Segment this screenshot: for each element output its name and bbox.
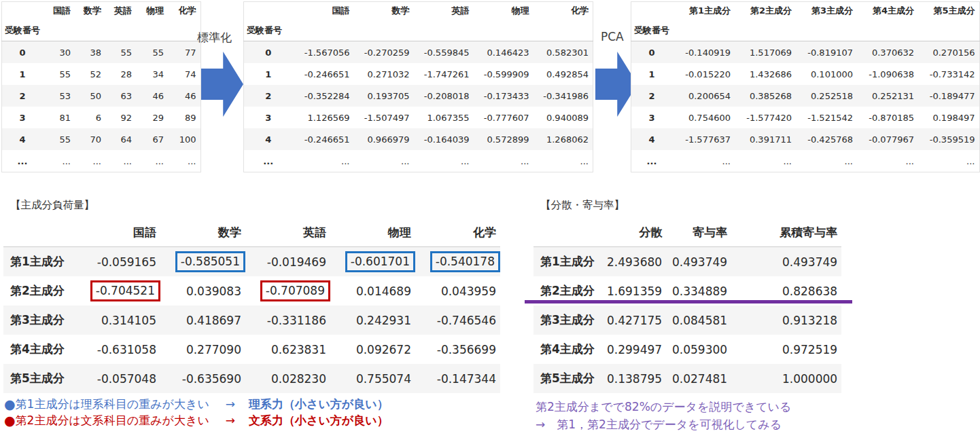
- loadings-cell: -0.147344: [415, 364, 500, 393]
- pca-cell: 0.385268: [735, 85, 796, 107]
- loadings-cell: 0.028230: [245, 364, 330, 393]
- loadings-table: 国語数学英語物理化学第1主成分-0.059165-0.585051-0.0194…: [3, 218, 500, 393]
- standardized-cell: -0.341986: [533, 85, 593, 107]
- raw-cell: 64: [105, 128, 136, 150]
- raw-row-index: 4: [2, 128, 45, 150]
- pca-workflow-slide: 国語数学英語物理化学受験番号03038555577155522834742535…: [0, 0, 980, 442]
- variance-notes: 第2主成分までで82%のデータを説明できている → 第1，第2主成分でデータを可…: [536, 398, 791, 433]
- variance-row-index: 第1主成分: [533, 247, 604, 277]
- pca-cell: 0.252518: [796, 85, 857, 107]
- variance-cell: 2.493680: [604, 247, 666, 277]
- variance-cell: 0.493749: [666, 247, 731, 277]
- highlight-blue-box: -0.585051: [175, 251, 245, 272]
- pca-index-name: 受験番号: [631, 20, 674, 41]
- standardized-column-header: 国語: [294, 2, 354, 20]
- right-arrow-glyph: →: [226, 397, 235, 411]
- pca-cell: ...: [857, 150, 918, 172]
- pca-row-index: ...: [631, 150, 674, 172]
- standardized-index-name-spacer: [294, 20, 354, 41]
- pca-cell: 0.252131: [857, 85, 918, 107]
- pca-index-name-spacer: [857, 20, 918, 41]
- raw-column-header: 物理: [136, 2, 168, 20]
- variance-row: 第1主成分2.4936800.4937490.493749: [533, 247, 841, 277]
- pca-corner: [631, 2, 674, 20]
- pca-index-name-spacer: [918, 20, 979, 41]
- loadings-cell: 0.623831: [245, 335, 330, 364]
- loadings-row-index: 第2主成分: [3, 276, 75, 306]
- standardized-cell: 1.067355: [414, 107, 474, 128]
- loadings-column-header: 物理: [330, 218, 415, 247]
- pca-row: 30.754600-1.577420-1.521542-0.8701850.19…: [631, 107, 980, 128]
- pca-column-header: 第3主成分: [796, 2, 857, 20]
- loadings-cell: -0.057048: [75, 364, 160, 393]
- standardized-cell: 0.940089: [533, 107, 593, 128]
- standardized-column-header: 物理: [474, 2, 533, 20]
- loadings-cell: -0.635690: [160, 364, 245, 393]
- raw-cell: 63: [105, 85, 136, 107]
- standardized-row-index: 4: [244, 128, 294, 150]
- loadings-block: 【主成分負荷量】 国語数学英語物理化学第1主成分-0.059165-0.5850…: [3, 198, 500, 393]
- raw-row-index: ...: [2, 150, 45, 172]
- pca-cell: ...: [918, 150, 979, 172]
- raw-cell: 55: [136, 41, 168, 64]
- pca-cell: -0.359519: [918, 128, 979, 150]
- raw-cell: ...: [168, 150, 200, 172]
- standardized-index-name: 受験番号: [244, 20, 294, 41]
- raw-row-index: 0: [2, 41, 45, 64]
- loadings-row-index: 第3主成分: [3, 306, 75, 335]
- pca-column-header: 第2主成分: [735, 2, 796, 20]
- raw-cell: ...: [136, 150, 168, 172]
- variance-cell: 0.972519: [731, 335, 841, 364]
- loadings-row: 第5主成分-0.057048-0.6356900.0282300.755074-…: [3, 364, 500, 393]
- standardized-row: 2-0.3522840.193705-0.208018-0.173433-0.3…: [244, 85, 593, 107]
- standardized-row: 0-1.567056-0.270259-0.5598450.1464230.58…: [244, 41, 593, 64]
- note-first-pc-emphasis: 理系力（小さい方が良い）: [249, 397, 389, 411]
- standardized-cell: -0.270259: [354, 41, 414, 64]
- red-bullet-icon: ●: [4, 413, 16, 428]
- loadings-row: 第1主成分-0.059165-0.585051-0.019469-0.60170…: [3, 247, 500, 277]
- variance-corner: [533, 218, 604, 247]
- loadings-cell: 0.418697: [160, 306, 245, 335]
- raw-cell: 28: [105, 63, 136, 85]
- loadings-cell: 0.014689: [330, 276, 415, 306]
- pca-row-index: 3: [631, 107, 674, 128]
- loadings-cell: 0.277090: [160, 335, 245, 364]
- right-arrow-glyph: →: [226, 413, 235, 427]
- standardized-cell: -1.747261: [414, 63, 474, 85]
- loadings-cell: 0.242931: [330, 306, 415, 335]
- standardized-column-header: 数学: [354, 2, 414, 20]
- raw-cell: ...: [44, 150, 75, 172]
- variance-column-header: 累積寄与率: [731, 218, 841, 247]
- variance-row-index: 第3主成分: [533, 306, 604, 335]
- raw-cell: 67: [136, 128, 168, 150]
- pca-row-index: 1: [631, 63, 674, 85]
- note-first-pc: ●第1主成分は理系科目の重みが大きい→理系力（小さい方が良い）: [4, 396, 389, 412]
- standardized-cell: -0.599909: [474, 63, 533, 85]
- standardized-cell: -0.777607: [474, 107, 533, 128]
- pca-cell: -0.077967: [857, 128, 918, 150]
- pca-index-name-spacer: [796, 20, 857, 41]
- pca-cell: ...: [735, 150, 796, 172]
- raw-cell: 55: [105, 41, 136, 64]
- note-second-pc-emphasis: 文系力（小さい方が良い）: [249, 413, 389, 427]
- raw-cell: 100: [168, 128, 200, 150]
- raw-index-name-spacer: [75, 20, 105, 41]
- loadings-row-index: 第5主成分: [3, 364, 75, 393]
- highlight-blue-box: -0.601701: [345, 251, 415, 272]
- pca-cell: -0.140919: [673, 41, 735, 64]
- standardized-cell: ...: [474, 150, 533, 172]
- pca-row: 1-0.0152201.4326860.101000-1.090638-0.73…: [631, 63, 980, 85]
- standardized-cell: 1.268062: [533, 128, 593, 150]
- standardized-cell: -0.208018: [414, 85, 474, 107]
- loadings-row-index: 第1主成分: [3, 247, 75, 277]
- variance-row: 第5主成分0.1387950.0274811.000000: [533, 364, 841, 393]
- standardized-row-index: 0: [244, 41, 294, 64]
- standardized-cell: 0.193705: [354, 85, 414, 107]
- pca-row-index: 4: [631, 128, 674, 150]
- raw-column-header: 国語: [44, 2, 75, 20]
- loadings-row: 第2主成分-0.7045210.039083-0.7070890.0146890…: [3, 276, 500, 306]
- note-second-pc: ●第2主成分は文系科目の重みが大きい→文系力（小さい方が良い）: [4, 412, 389, 428]
- standardized-index-name-spacer: [474, 20, 533, 41]
- raw-row: 25350634646: [2, 85, 201, 107]
- pca-cell: -1.577420: [735, 107, 796, 128]
